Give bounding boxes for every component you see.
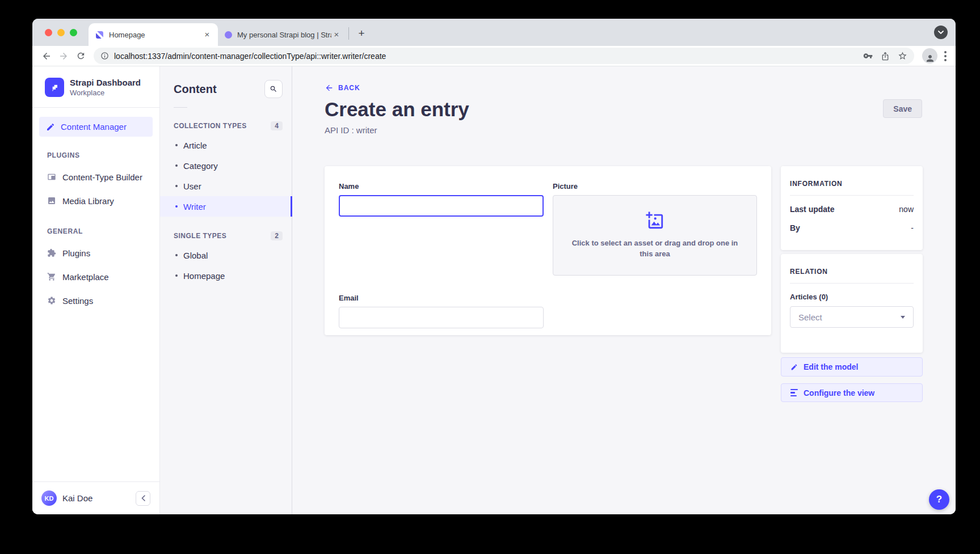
sidebar-item-content-type-builder[interactable]: Content-Type Builder	[32, 165, 159, 189]
strapi-favicon-icon	[95, 31, 104, 39]
name-input[interactable]	[339, 195, 544, 217]
user-profile-block[interactable]: KD Kai Doe	[32, 481, 159, 514]
chevron-left-icon	[141, 495, 145, 501]
forward-button[interactable]	[55, 48, 72, 65]
browser-toolbar: localhost:1337/admin/content-manager/col…	[32, 46, 956, 66]
content-nav-item-global[interactable]: Global	[160, 245, 292, 265]
configure-view-button[interactable]: Configure the view	[781, 383, 923, 402]
back-arrow-icon	[41, 51, 52, 61]
tab-strapi-blog[interactable]: My personal Strapi blog | Strap ×	[218, 23, 347, 46]
blog-favicon-icon	[225, 31, 232, 39]
main-content: BACK Create an entry API ID : writer Sav…	[292, 66, 956, 514]
refresh-icon	[76, 51, 86, 61]
pencil-icon	[790, 363, 798, 371]
browser-tab-strip: Homepage × My personal Strapi blog | Str…	[32, 19, 956, 46]
url-text: localhost:1337/admin/content-manager/col…	[114, 52, 855, 61]
configure-lines-icon	[790, 389, 798, 397]
by-row: By -	[790, 223, 914, 232]
workspace-header[interactable]: Strapi Dashboard Workplace	[32, 66, 159, 108]
last-update-row: Last update now	[790, 205, 914, 214]
gear-icon	[47, 296, 56, 305]
tab-title: My personal Strapi blog | Strap	[237, 31, 331, 39]
group-label-single-types: SINGLE TYPES	[174, 232, 226, 240]
new-tab-button[interactable]: +	[354, 26, 369, 41]
sidebar-item-label: Content-Type Builder	[62, 172, 142, 182]
content-nav-item-user[interactable]: User	[160, 176, 292, 196]
search-button[interactable]	[264, 80, 283, 98]
tab-title: Homepage	[109, 31, 202, 39]
main-sidebar: Strapi Dashboard Workplace Content Manag…	[32, 66, 160, 514]
email-input[interactable]	[339, 307, 544, 328]
meta-column: INFORMATION Last update now By - RELATIO…	[781, 166, 923, 402]
email-field-label: Email	[339, 294, 544, 302]
refresh-button[interactable]	[72, 48, 89, 65]
picture-dropzone[interactable]: Click to select an asset or drag and dro…	[553, 195, 757, 276]
window-controls	[45, 19, 77, 46]
entry-form-card: Name Picture Click to select an asset or…	[325, 166, 771, 335]
collapse-sidebar-button[interactable]	[136, 491, 150, 506]
articles-relation-label: Articles (0)	[790, 293, 914, 301]
divider	[790, 283, 914, 284]
content-nav-item-article[interactable]: Article	[160, 135, 292, 155]
sidebar-item-marketplace[interactable]: Marketplace	[32, 265, 159, 289]
browser-menu-button[interactable]	[944, 51, 947, 61]
browser-chevron-menu-button[interactable]	[934, 26, 948, 39]
help-button[interactable]: ?	[929, 489, 949, 510]
browser-profile-avatar[interactable]	[922, 48, 937, 64]
picture-field-label: Picture	[553, 182, 757, 191]
tab-separator	[348, 27, 349, 40]
content-panel-title: Content	[174, 83, 217, 96]
workspace-subtitle: Workplace	[70, 88, 141, 97]
content-nav-panel: Content COLLECTION TYPES 4 Article Categ…	[160, 66, 292, 514]
page-info-icon[interactable]	[100, 52, 109, 60]
back-button[interactable]	[38, 48, 55, 65]
sidebar-item-media-library[interactable]: Media Library	[32, 189, 159, 213]
sidebar-section-general: GENERAL	[32, 227, 159, 235]
name-field-label: Name	[339, 182, 544, 191]
user-name: Kai Doe	[62, 493, 92, 503]
layout-builder-icon	[47, 172, 56, 181]
relation-header: RELATION	[790, 268, 914, 276]
sidebar-item-content-manager[interactable]: Content Manager	[39, 117, 153, 137]
chevron-down-icon	[901, 316, 905, 319]
bookmark-star-icon[interactable]	[898, 51, 907, 61]
share-icon[interactable]	[881, 52, 890, 61]
articles-select[interactable]: Select	[790, 306, 914, 328]
image-icon	[47, 196, 56, 205]
pencil-write-icon	[46, 122, 55, 132]
user-avatar[interactable]: KD	[41, 490, 57, 506]
single-types-count-badge: 2	[271, 231, 283, 240]
minimize-window-button[interactable]	[57, 29, 65, 36]
divider	[790, 195, 914, 196]
content-nav-item-writer[interactable]: Writer	[160, 196, 292, 217]
tab-homepage[interactable]: Homepage ×	[89, 23, 218, 46]
content-nav-item-homepage[interactable]: Homepage	[160, 265, 292, 286]
shopping-cart-icon	[47, 272, 56, 281]
sidebar-item-label: Marketplace	[62, 272, 109, 282]
sidebar-item-settings[interactable]: Settings	[32, 289, 159, 312]
save-button[interactable]: Save	[883, 99, 922, 118]
back-link[interactable]: BACK	[325, 83, 360, 92]
password-key-icon[interactable]	[863, 51, 873, 61]
sidebar-item-label: Media Library	[62, 196, 114, 206]
workspace-title: Strapi Dashboard	[70, 78, 141, 87]
desktop-background: Homepage × My personal Strapi blog | Str…	[0, 0, 980, 554]
divider	[174, 107, 187, 108]
sidebar-item-plugins[interactable]: Plugins	[32, 241, 159, 265]
relation-card: RELATION Articles (0) Select	[781, 254, 923, 353]
address-bar[interactable]: localhost:1337/admin/content-manager/col…	[94, 48, 914, 64]
back-arrow-icon	[325, 83, 334, 92]
information-card: INFORMATION Last update now By -	[781, 166, 923, 250]
content-nav-item-category[interactable]: Category	[160, 155, 292, 176]
strapi-logo-icon	[45, 78, 64, 97]
page-title: Create an entry	[325, 98, 469, 121]
close-tab-icon[interactable]: ×	[202, 29, 212, 40]
close-window-button[interactable]	[45, 29, 52, 36]
edit-model-button[interactable]: Edit the model	[781, 357, 923, 377]
information-header: INFORMATION	[790, 180, 914, 188]
person-icon	[925, 53, 935, 64]
sidebar-section-plugins: PLUGINS	[32, 151, 159, 159]
fullscreen-window-button[interactable]	[70, 29, 77, 36]
sidebar-item-label: Settings	[62, 296, 93, 306]
close-tab-icon[interactable]: ×	[331, 29, 342, 40]
